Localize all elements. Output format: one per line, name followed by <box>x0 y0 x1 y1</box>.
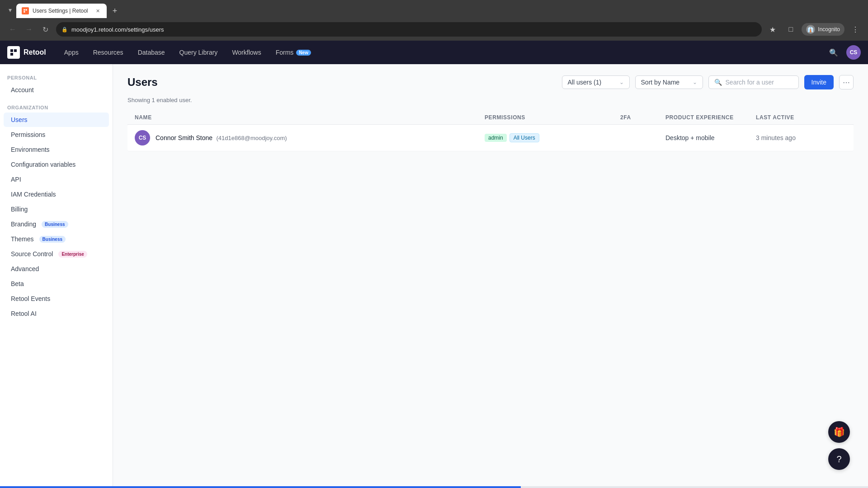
all-users-dropdown[interactable]: All users (1) ⌄ <box>562 75 630 89</box>
browser-tab-active[interactable]: Users Settings | Retool ✕ <box>16 4 107 18</box>
bookmark-btn[interactable]: ★ <box>765 22 780 37</box>
perm-admin-badge: admin <box>485 134 507 142</box>
sidebar-item-branding[interactable]: Branding Business <box>4 217 109 231</box>
nav-item-resources[interactable]: Resources <box>86 41 131 64</box>
sidebar-item-billing[interactable]: Billing <box>4 202 109 216</box>
search-placeholder: Search for a user <box>726 79 774 86</box>
url-text: moodjoy1.retool.com/settings/users <box>71 26 164 33</box>
floating-buttons: 🎁 ? <box>828 421 850 470</box>
tabs-left: ▾ <box>4 4 16 18</box>
table-row[interactable]: CS Connor Smith Stone (41d1e868@moodjoy.… <box>127 125 854 151</box>
sidebar-item-source-control[interactable]: Source Control Enterprise <box>4 247 109 261</box>
cell-last-active: 3 minutes ago <box>756 134 846 141</box>
nav-item-query-library[interactable]: Query Library <box>172 41 225 64</box>
svg-rect-1 <box>26 9 27 10</box>
nav-right: 🔍 CS <box>826 45 861 60</box>
source-control-badge: Enterprise <box>58 251 87 258</box>
sidebar-item-config-vars[interactable]: Configuration variables <box>4 157 109 172</box>
new-tab-btn[interactable]: + <box>108 5 121 17</box>
sidebar-item-environments[interactable]: Environments <box>4 142 109 157</box>
browser-tabs-bar: ▾ Users Settings | Retool ✕ + <box>0 0 868 18</box>
user-email: (41d1e868@moodjoy.com) <box>217 135 287 141</box>
tab-title: Users Settings | Retool <box>33 8 90 14</box>
user-name-cell: CS Connor Smith Stone (41d1e868@moodjoy.… <box>135 130 485 145</box>
page-content: Users All users (1) ⌄ Sort by Name ⌄ 🔍 S… <box>113 64 868 486</box>
bottom-progress-bar <box>0 486 868 488</box>
logo-text: Retool <box>24 48 46 56</box>
branding-badge: Business <box>42 221 68 228</box>
invite-button[interactable]: Invite <box>804 75 834 89</box>
sidebar-item-retool-ai[interactable]: Retool AI <box>4 306 109 321</box>
browser-toolbar: ← → ↻ 🔒 moodjoy1.retool.com/settings/use… <box>0 18 868 41</box>
svg-rect-4 <box>14 49 17 52</box>
sidebar-item-users[interactable]: Users <box>4 113 109 127</box>
col-header-product: Product experience <box>665 114 756 121</box>
back-btn[interactable]: ← <box>5 22 20 37</box>
svg-rect-0 <box>24 9 25 10</box>
lock-icon: 🔒 <box>61 27 68 33</box>
forms-badge: New <box>296 50 311 56</box>
sidebar-item-api[interactable]: API <box>4 172 109 187</box>
tab-close-btn[interactable]: ✕ <box>94 7 101 14</box>
incognito-icon: 👔 <box>806 25 815 34</box>
search-users-box[interactable]: 🔍 Search for a user <box>708 75 799 89</box>
sidebar-item-permissions[interactable]: Permissions <box>4 127 109 142</box>
svg-rect-5 <box>10 53 13 56</box>
toolbar-nav-buttons: ← → ↻ <box>5 22 52 37</box>
tab-favicon <box>22 7 29 14</box>
sidebar-item-themes[interactable]: Themes Business <box>4 232 109 246</box>
sidebar-item-beta[interactable]: Beta <box>4 277 109 291</box>
col-header-permissions: Permissions <box>485 114 620 121</box>
permissions-cell: admin All Users <box>485 133 620 142</box>
sort-chevron-icon: ⌄ <box>693 79 697 85</box>
svg-rect-3 <box>10 49 13 52</box>
progress-indicator <box>0 486 521 488</box>
col-header-name: Name <box>135 114 485 121</box>
cell-product-experience: Desktop + mobile <box>665 134 756 141</box>
help-btn[interactable]: ? <box>828 448 850 470</box>
more-options-btn[interactable]: ⋯ <box>839 75 854 89</box>
nav-item-database[interactable]: Database <box>131 41 172 64</box>
page-header: Users All users (1) ⌄ Sort by Name ⌄ 🔍 S… <box>127 75 854 89</box>
user-info: Connor Smith Stone (41d1e868@moodjoy.com… <box>156 134 287 142</box>
sidebar-item-account[interactable]: Account <box>4 83 109 97</box>
page-title: Users <box>127 76 158 89</box>
sidebar-item-iam[interactable]: IAM Credentials <box>4 187 109 202</box>
col-header-2fa: 2FA <box>620 114 665 121</box>
user-avatar-nav[interactable]: CS <box>846 45 861 60</box>
search-icon: 🔍 <box>714 79 722 86</box>
tab-list-btn[interactable]: ▾ <box>4 4 16 16</box>
user-name: Connor Smith Stone <box>156 134 212 141</box>
sidebar-item-retool-events[interactable]: Retool Events <box>4 291 109 306</box>
address-bar[interactable]: 🔒 moodjoy1.retool.com/settings/users <box>56 22 762 37</box>
retool-logo[interactable]: Retool <box>7 46 53 59</box>
header-controls: All users (1) ⌄ Sort by Name ⌄ 🔍 Search … <box>562 75 854 89</box>
browser-chrome: ▾ Users Settings | Retool ✕ + ← → ↻ 🔒 mo… <box>0 0 868 41</box>
forward-btn[interactable]: → <box>22 22 36 37</box>
more-chrome-btn[interactable]: ⋮ <box>848 22 863 37</box>
incognito-label: Incognito <box>818 26 840 33</box>
sort-dropdown[interactable]: Sort by Name ⌄ <box>635 75 703 89</box>
sidebar: Personal Account Organization Users Perm… <box>0 64 113 486</box>
col-header-last-active: Last active <box>756 114 846 121</box>
split-screen-btn[interactable]: □ <box>783 22 798 37</box>
main-content: Personal Account Organization Users Perm… <box>0 64 868 486</box>
nav-item-apps[interactable]: Apps <box>57 41 86 64</box>
users-table: Name Permissions 2FA Product experience … <box>127 111 854 151</box>
gift-btn[interactable]: 🎁 <box>828 421 850 443</box>
nav-item-forms[interactable]: Forms New <box>269 41 318 64</box>
sidebar-item-advanced[interactable]: Advanced <box>4 262 109 276</box>
toolbar-right: ★ □ 👔 Incognito ⋮ <box>765 22 863 37</box>
showing-text: Showing 1 enabled user. <box>127 97 854 103</box>
svg-rect-2 <box>24 11 25 13</box>
nav-item-workflows[interactable]: Workflows <box>225 41 268 64</box>
avatar: CS <box>135 130 150 145</box>
themes-badge: Business <box>39 236 66 243</box>
incognito-btn[interactable]: 👔 Incognito <box>802 23 844 36</box>
chevron-down-icon: ⌄ <box>619 79 624 85</box>
logo-icon <box>7 46 20 59</box>
sidebar-personal-label: Personal <box>0 71 113 82</box>
reload-btn[interactable]: ↻ <box>38 22 52 37</box>
nav-search-btn[interactable]: 🔍 <box>826 45 841 60</box>
nav-items: Apps Resources Database Query Library Wo… <box>57 41 826 64</box>
